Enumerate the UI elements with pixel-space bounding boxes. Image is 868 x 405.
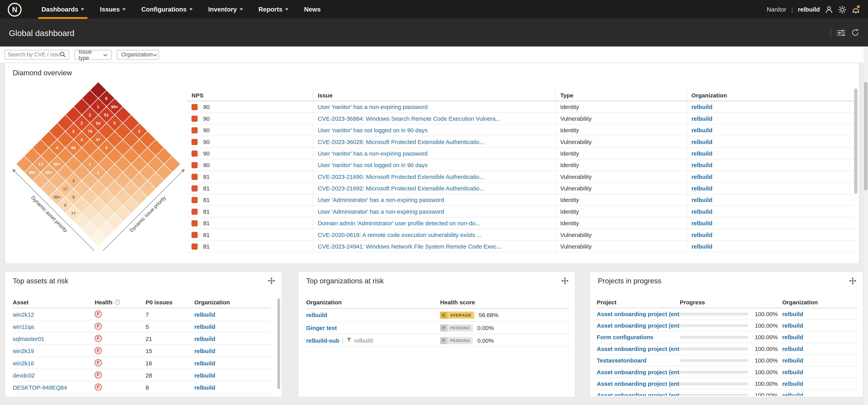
issue-link[interactable]: User 'nanitor' has not logged on in 90 d… bbox=[318, 162, 428, 168]
issue-type-select[interactable]: Issue type bbox=[74, 50, 112, 60]
current-org-label[interactable]: relbuild bbox=[798, 6, 820, 13]
organization-link[interactable]: relbuild bbox=[691, 115, 712, 122]
project-cell: Asset onboarding project (entire) bbox=[597, 392, 680, 396]
project-link[interactable]: Asset onboarding project (entire) bbox=[597, 380, 680, 387]
organization-link[interactable]: relbuild bbox=[194, 360, 215, 366]
user-icon[interactable] bbox=[825, 5, 833, 13]
issue-row: 90User 'nanitor' has not logged on in 90… bbox=[187, 159, 855, 171]
asset-link[interactable]: win2k12 bbox=[13, 311, 34, 317]
drag-move-icon[interactable] bbox=[268, 277, 275, 284]
project-link[interactable]: Asset onboarding project (entire) bbox=[597, 310, 680, 317]
issue-link[interactable]: User 'nanitor' has not logged on in 90 d… bbox=[318, 127, 428, 133]
project-link[interactable]: Testassetonboard bbox=[597, 357, 646, 364]
nav-item-dashboards[interactable]: Dashboards bbox=[41, 0, 85, 19]
organization-link[interactable]: relbuild bbox=[194, 372, 215, 378]
organization-link[interactable]: relbuild bbox=[194, 323, 215, 330]
organization-link[interactable]: relbuild-sub bbox=[306, 337, 339, 344]
nav-item-issues[interactable]: Issues bbox=[100, 0, 126, 19]
diamond-cell-value: 17 bbox=[63, 186, 68, 191]
organization-link[interactable]: relbuild bbox=[691, 150, 712, 157]
p0-issues-cell: 21 bbox=[146, 335, 194, 342]
asset-link[interactable]: DESKTOP-949EQ84 bbox=[13, 384, 67, 391]
refresh-icon[interactable] bbox=[851, 29, 859, 37]
dashboard-settings-icon[interactable] bbox=[837, 29, 845, 36]
organization-select[interactable]: Organization bbox=[117, 50, 159, 60]
project-link[interactable]: Asset onboarding project (entire) bbox=[597, 392, 680, 396]
asset-link[interactable]: devdc02 bbox=[13, 372, 35, 378]
organization-link[interactable]: relbuild bbox=[782, 310, 803, 317]
issue-link[interactable]: CVE-2023-36884: Windows Search Remote Co… bbox=[318, 115, 500, 122]
organization-link[interactable]: relbuild bbox=[782, 392, 803, 396]
organization-link[interactable]: relbuild bbox=[782, 369, 803, 375]
project-link[interactable]: Asset onboarding project (entire) bbox=[597, 345, 680, 352]
grade-label: PENDING bbox=[447, 338, 473, 343]
nav-item-configurations[interactable]: Configurations bbox=[141, 0, 193, 19]
issue-link[interactable]: User 'nanitor' has a non-expiring passwo… bbox=[318, 150, 428, 157]
issue-link[interactable]: CVE-2023-21690: Microsoft Protected Exte… bbox=[318, 173, 484, 180]
notifications-bell-icon[interactable] bbox=[851, 5, 860, 14]
search-icon[interactable] bbox=[60, 50, 66, 60]
asset-link[interactable]: win2k16 bbox=[13, 360, 34, 366]
issue-link[interactable]: User 'nanitor' has a non-expiring passwo… bbox=[318, 103, 428, 110]
organization-link[interactable]: relbuild bbox=[194, 384, 215, 391]
organization-link[interactable]: relbuild bbox=[782, 322, 803, 329]
organization-link[interactable]: relbuild bbox=[691, 220, 712, 226]
asset-link[interactable]: win2k19 bbox=[13, 347, 34, 354]
organization-link[interactable]: relbuild bbox=[691, 196, 712, 203]
nav-item-news[interactable]: News bbox=[304, 0, 320, 19]
assets-table: AssetHealth?P0 issuesOrganization win2k1… bbox=[13, 296, 271, 394]
issue-link[interactable]: CVE-2020-0618: A remote code execution v… bbox=[318, 231, 482, 238]
column-header: Health score bbox=[440, 299, 568, 306]
gear-icon[interactable] bbox=[838, 5, 846, 13]
organization-cell: relbuild bbox=[687, 148, 855, 159]
drag-move-icon[interactable] bbox=[849, 277, 856, 284]
organization-link[interactable]: relbuild bbox=[194, 311, 215, 317]
asset-link[interactable]: win11qa bbox=[13, 323, 34, 330]
project-link[interactable]: Asset onboarding project (entire) bbox=[597, 369, 680, 375]
issue-link[interactable]: CVE-2023-21692: Microsoft Protected Exte… bbox=[318, 185, 484, 191]
help-icon[interactable]: ? bbox=[115, 299, 120, 305]
type-cell: Identity bbox=[556, 206, 687, 217]
asset-cell: DESKTOP-949EQ84 bbox=[13, 384, 95, 391]
search-input[interactable] bbox=[8, 52, 60, 58]
organization-link[interactable]: relbuild bbox=[691, 162, 712, 168]
organization-link[interactable]: relbuild bbox=[782, 380, 803, 387]
issue-link[interactable]: CVE-2023-24941: Windows Network File Sys… bbox=[318, 243, 501, 250]
project-link[interactable]: Asset onboarding project (entire) bbox=[597, 322, 680, 329]
organization-link[interactable]: relbuild bbox=[691, 243, 712, 250]
assets-scrollbar-thumb[interactable] bbox=[277, 299, 280, 389]
organization-link[interactable]: relbuild bbox=[691, 208, 712, 215]
organization-link[interactable]: relbuild bbox=[691, 231, 712, 238]
nps-color-icon bbox=[192, 185, 198, 191]
organization-cell: relbuild bbox=[687, 113, 855, 124]
organization-link[interactable]: relbuild bbox=[306, 312, 327, 318]
organization-link[interactable]: relbuild bbox=[691, 127, 712, 133]
organization-cell: relbuild bbox=[687, 125, 855, 136]
issue-link[interactable]: Domain admin 'Administrator' user profil… bbox=[318, 220, 480, 226]
issue-link[interactable]: CVE-2023-36028: Microsoft Protected Exte… bbox=[318, 138, 484, 145]
organization-link[interactable]: relbuild bbox=[691, 138, 712, 145]
nav-item-inventory[interactable]: Inventory bbox=[208, 0, 243, 19]
page-scrollbar-thumb[interactable] bbox=[864, 82, 867, 191]
project-link[interactable]: Form configurations bbox=[597, 334, 653, 341]
organization-link[interactable]: relbuild bbox=[691, 173, 712, 180]
organization-link[interactable]: relbuild bbox=[782, 345, 803, 352]
nanitor-logo[interactable]: N bbox=[8, 2, 22, 17]
organization-link[interactable]: relbuild bbox=[194, 347, 215, 354]
asset-link[interactable]: sqlmaster01 bbox=[13, 335, 44, 342]
top-navbar: N DashboardsIssuesConfigurationsInventor… bbox=[0, 0, 868, 19]
organization-link[interactable]: relbuild bbox=[194, 335, 215, 342]
type-cell: Vulnerability bbox=[556, 113, 687, 124]
nav-item-reports[interactable]: Reports bbox=[258, 0, 289, 19]
organization-link[interactable]: relbuild bbox=[691, 103, 712, 110]
drag-move-icon[interactable] bbox=[561, 277, 568, 284]
organization-link[interactable]: Ginger test bbox=[306, 324, 337, 331]
organization-link[interactable]: relbuild bbox=[782, 334, 803, 341]
chevron-down-icon bbox=[285, 8, 288, 10]
issues-scrollbar-thumb[interactable] bbox=[854, 89, 858, 194]
issue-link[interactable]: User 'Administrator' has a non-expiring … bbox=[318, 196, 444, 203]
organization-link[interactable]: relbuild bbox=[782, 357, 803, 364]
organization-link[interactable]: relbuild bbox=[691, 185, 712, 191]
issue-link[interactable]: User 'Administrator' has a non-expiring … bbox=[318, 208, 444, 215]
progress-cell: 100.00% bbox=[680, 310, 782, 317]
